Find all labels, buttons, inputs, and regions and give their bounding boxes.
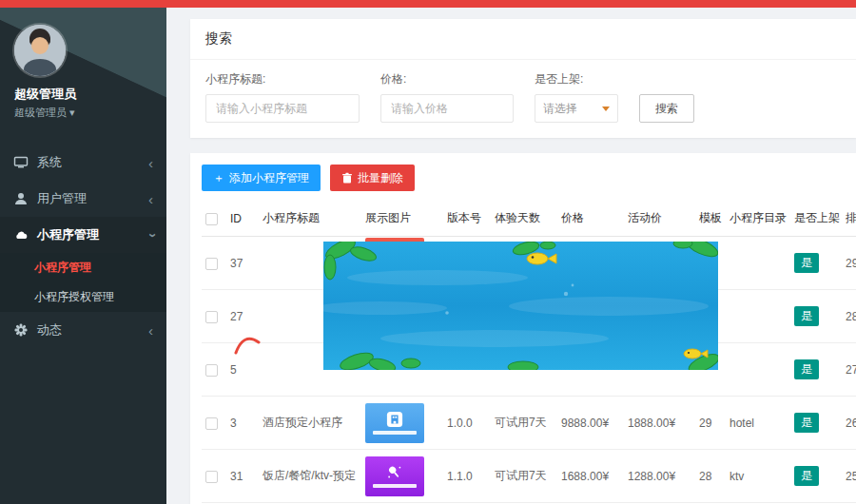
table-header-row: ID 小程序标题 展示图片 版本号 体验天数 价格 活动价 模板 小程序目录 是… bbox=[202, 201, 856, 237]
plus-icon: ＋ bbox=[213, 170, 224, 186]
caret-down-icon bbox=[602, 107, 610, 111]
desktop-icon bbox=[13, 155, 29, 170]
sidebar-item-system[interactable]: 系统 ‹ bbox=[0, 145, 166, 181]
col-image: 展示图片 bbox=[361, 201, 443, 237]
cell-sort: 29 bbox=[842, 237, 856, 290]
main-content: 搜索 小程序标题: 价格: 是否上架: 请选择 搜索 ＋ bbox=[166, 8, 856, 504]
col-template: 模板 bbox=[695, 201, 726, 237]
on-shelf-badge[interactable]: 是 bbox=[794, 306, 819, 325]
chevron-left-icon: ‹ bbox=[148, 323, 153, 338]
field-miniprogram-title: 小程序标题: bbox=[205, 71, 360, 123]
top-accent-bar bbox=[0, 0, 856, 8]
on-shelf-badge[interactable]: 是 bbox=[794, 466, 819, 485]
caret-down-icon: ▾ bbox=[69, 107, 75, 118]
sidebar-item-dynamics[interactable]: 动态 ‹ bbox=[0, 312, 166, 348]
col-activity-price: 活动价 bbox=[624, 201, 695, 237]
trash-icon bbox=[341, 172, 353, 184]
col-title: 小程序标题 bbox=[259, 201, 361, 237]
avatar[interactable] bbox=[14, 25, 66, 76]
cell-id: 31 bbox=[226, 450, 259, 503]
row-thumbnail-ktv[interactable] bbox=[365, 456, 424, 496]
row-checkbox[interactable] bbox=[205, 258, 218, 270]
on-shelf-badge[interactable]: 是 bbox=[794, 253, 819, 272]
sidebar-item-user-management[interactable]: 用户管理 ‹ bbox=[0, 181, 166, 217]
user-name: 超级管理员 bbox=[14, 86, 166, 103]
miniprogram-title-input[interactable] bbox=[205, 94, 360, 123]
col-id: ID bbox=[226, 201, 259, 237]
cloud-icon bbox=[13, 227, 29, 242]
col-trial-days: 体验天数 bbox=[491, 201, 557, 237]
cell-sort: 26 bbox=[842, 397, 856, 450]
row-checkbox[interactable] bbox=[205, 471, 218, 483]
row-checkbox[interactable] bbox=[205, 417, 218, 430]
chevron-left-icon: ‹ bbox=[148, 192, 153, 206]
user-icon bbox=[13, 191, 29, 206]
thumbnail-caption bbox=[373, 484, 417, 488]
cell-sort: 25 bbox=[842, 450, 856, 503]
cell-id: 3 bbox=[226, 397, 259, 450]
field-price: 价格: bbox=[380, 71, 514, 123]
add-miniprogram-button[interactable]: ＋ 添加小程序管理 bbox=[202, 165, 321, 191]
cell-sort: 27 bbox=[842, 343, 856, 397]
cell-id: 37 bbox=[226, 237, 259, 290]
cell-title: 饭店/餐馆/ktv-预定 bbox=[259, 450, 361, 503]
sidebar: 超级管理员 超级管理员 ▾ 系统 ‹ 用户管理 ‹ 小程序 bbox=[0, 0, 166, 504]
col-directory: 小程序目录 bbox=[726, 201, 790, 237]
on-shelf-select[interactable]: 请选择 bbox=[535, 94, 618, 123]
search-panel-title: 搜索 bbox=[190, 19, 856, 60]
select-all-checkbox[interactable] bbox=[205, 213, 218, 225]
row-checkbox[interactable] bbox=[205, 311, 218, 323]
col-version: 版本号 bbox=[443, 201, 491, 237]
table-row: 3 酒店预定小程序 bbox=[202, 397, 856, 450]
batch-delete-button[interactable]: 批量删除 bbox=[330, 165, 415, 191]
table-row: 31 饭店/餐馆/ktv-预定 bbox=[202, 450, 856, 503]
col-on-shelf: 是否上架 bbox=[790, 201, 842, 237]
sidebar-subitem-miniprogram-management[interactable]: 小程序管理 bbox=[0, 253, 166, 282]
search-button[interactable]: 搜索 bbox=[639, 94, 694, 123]
search-form: 小程序标题: 价格: 是否上架: 请选择 搜索 bbox=[190, 60, 856, 138]
chevron-left-icon: ‹ bbox=[148, 156, 153, 170]
microphone-icon bbox=[386, 464, 403, 481]
building-icon bbox=[386, 411, 403, 428]
sidebar-subitem-miniprogram-auth-management[interactable]: 小程序授权管理 bbox=[0, 282, 166, 312]
on-shelf-badge[interactable]: 是 bbox=[794, 359, 819, 378]
col-sort: 排序 bbox=[842, 201, 856, 237]
sidebar-menu: 系统 ‹ 用户管理 ‹ 小程序管理 ‹ 小程序管理 小程序授权管理 bbox=[0, 145, 166, 348]
underwater-scene-image bbox=[323, 242, 718, 370]
row-thumbnail-hotel[interactable] bbox=[365, 403, 424, 443]
image-fragment bbox=[234, 334, 261, 357]
avatar-image bbox=[14, 25, 66, 76]
cell-title: 酒店预定小程序 bbox=[259, 397, 361, 450]
user-profile: 超级管理员 超级管理员 ▾ bbox=[0, 0, 166, 133]
table-toolbar: ＋ 添加小程序管理 批量删除 bbox=[202, 165, 856, 191]
user-role-dropdown[interactable]: 超级管理员 ▾ bbox=[14, 106, 166, 120]
search-panel: 搜索 小程序标题: 价格: 是否上架: 请选择 搜索 bbox=[190, 19, 856, 138]
image-preview-overlay bbox=[323, 242, 718, 370]
chevron-down-icon: ‹ bbox=[144, 233, 158, 238]
cell-sort: 28 bbox=[842, 290, 856, 343]
thumbnail-caption bbox=[373, 431, 417, 435]
table-panel: ＋ 添加小程序管理 批量删除 ID bbox=[190, 153, 856, 504]
on-shelf-badge[interactable]: 是 bbox=[794, 413, 819, 432]
sidebar-item-miniprogram-management[interactable]: 小程序管理 ‹ bbox=[0, 217, 166, 253]
col-price: 价格 bbox=[557, 201, 624, 237]
gears-icon bbox=[13, 322, 29, 338]
row-checkbox[interactable] bbox=[205, 364, 218, 377]
sidebar-submenu: 小程序管理 小程序授权管理 bbox=[0, 253, 166, 312]
price-input[interactable] bbox=[380, 94, 514, 123]
field-on-shelf: 是否上架: 请选择 bbox=[535, 71, 618, 123]
